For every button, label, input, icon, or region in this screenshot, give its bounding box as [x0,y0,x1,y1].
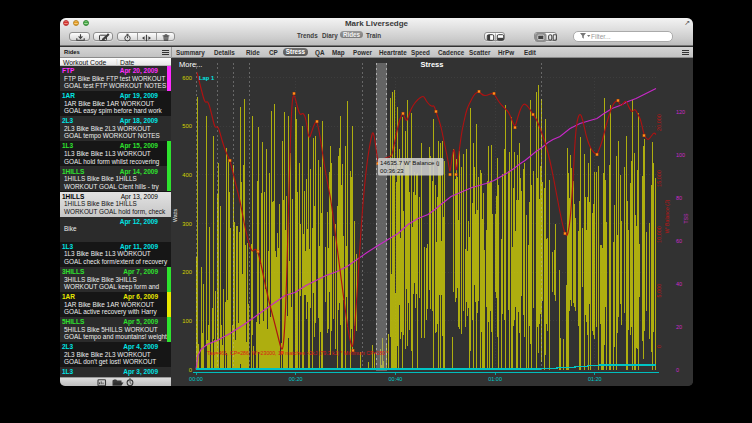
svg-text:0: 0 [656,344,662,347]
svg-text:600: 600 [182,74,192,80]
svg-text:20: 20 [676,323,682,329]
svg-text:120: 120 [676,108,685,114]
svg-text:300: 300 [182,220,192,226]
svg-text:00:36:23: 00:36:23 [380,166,404,173]
svg-text:0: 0 [676,366,679,372]
svg-text:0: 0 [189,366,192,372]
svg-text:20,000: 20,000 [656,114,662,131]
svg-text:200: 200 [182,269,192,275]
svg-text:00:40: 00:40 [389,375,403,381]
svg-text:01:00: 01:00 [488,375,502,381]
svg-text:TSS: TSS [683,212,689,223]
svg-text:Stress: Stress [421,60,444,69]
svg-text:5,000: 5,000 [656,283,662,297]
svg-text:100: 100 [676,151,685,157]
svg-text:Lap 1: Lap 1 [199,75,215,81]
svg-text:Tau=461, CP=286, W'=23000, 18: Tau=461, CP=286, W'=23000, 18 matches >2… [207,349,389,355]
svg-text:40: 40 [676,280,682,286]
svg-text:15,000: 15,000 [656,170,662,187]
svg-text:60: 60 [676,237,682,243]
svg-text:More...: More... [179,60,202,69]
svg-text:00:00: 00:00 [189,375,203,381]
svg-text:W' Balance (J): W' Balance (J) [664,199,670,233]
svg-text:14635.7 W' Balance (j: 14635.7 W' Balance (j [380,159,439,166]
svg-text:01:20: 01:20 [588,375,602,381]
svg-text:00:20: 00:20 [289,375,303,381]
svg-text:100: 100 [182,317,192,323]
svg-text:Watts: Watts [172,208,178,221]
svg-text:80: 80 [676,194,682,200]
svg-text:500: 500 [182,123,192,129]
svg-text:400: 400 [182,171,192,177]
svg-text:10,000: 10,000 [656,226,662,243]
